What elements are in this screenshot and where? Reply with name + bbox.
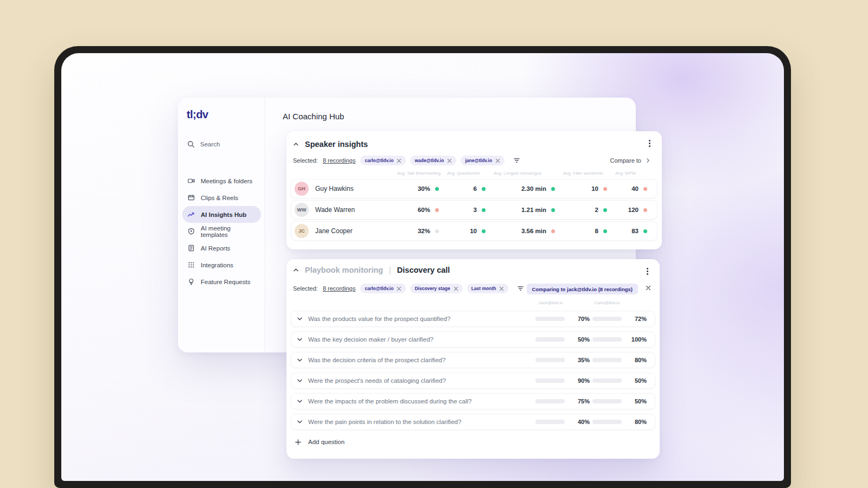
sidebar-item-feature-requests[interactable]: Feature Requests — [182, 273, 261, 290]
collapse-chevron-up-icon[interactable] — [293, 142, 299, 146]
metric-cell: 83 — [616, 228, 656, 234]
score-percent: 100% — [625, 336, 647, 343]
metric-column-label: Avg. Filler words/min — [563, 171, 615, 176]
metric-value: 2.30 min — [521, 185, 546, 192]
sidebar-item-ai-meeting-templates[interactable]: AI meeting templates — [182, 223, 261, 240]
chip-label: jane@tldv.io — [465, 158, 492, 163]
status-dot — [603, 229, 607, 233]
sidebar-item-ai-reports[interactable]: AI Reports — [182, 240, 261, 256]
sidebar-item-clips-reels[interactable]: Clips & Reels — [182, 189, 261, 206]
question-row[interactable]: Were the prospect's needs of cataloging … — [291, 373, 655, 389]
close-icon[interactable] — [495, 158, 500, 163]
filter-chip-discovery-stage[interactable]: Discovery stage — [410, 284, 462, 293]
chevron-right-icon — [646, 158, 650, 163]
column-label-jack: Jack@tldv.io — [521, 300, 580, 305]
filter-icon[interactable] — [513, 157, 520, 164]
metric-value: 6 — [474, 185, 477, 192]
metric-cell: 10 — [564, 185, 616, 192]
close-icon[interactable] — [397, 286, 401, 291]
metric-value: 2 — [595, 207, 598, 213]
metric-column-label: Avg. Questions/h — [447, 171, 494, 176]
screen: tl;dv Search Meetings & foldersClips & R… — [61, 53, 784, 481]
speaker-name: Wade Warren — [315, 206, 398, 214]
metric-column-label: Avg. Longest monologue — [494, 171, 563, 176]
score-group: 35% — [535, 357, 590, 363]
metric-value: 10 — [470, 228, 477, 234]
question-row[interactable]: Was the key decision maker / buyer clari… — [291, 331, 655, 348]
question-row[interactable]: Was the decision criteria of the prospec… — [291, 352, 655, 368]
metric-value: 3 — [474, 207, 477, 213]
close-icon[interactable] — [447, 158, 452, 163]
app-logo: tl;dv — [187, 108, 208, 121]
selected-recordings-link[interactable]: 8 recordings — [323, 285, 356, 292]
filter-chip-carlo-tldv-io[interactable]: carlo@tldv.io — [360, 156, 406, 165]
filter-chip-last-month[interactable]: Last month — [467, 284, 509, 293]
score-percent: 35% — [568, 357, 590, 363]
question-row[interactable]: Were the impacts of the problem discusse… — [291, 393, 655, 409]
expand-chevron-down-icon[interactable] — [297, 358, 303, 362]
desktop-background: tl;dv Search Meetings & foldersClips & R… — [0, 0, 868, 488]
search-button[interactable]: Search — [187, 140, 220, 148]
add-question-button[interactable]: Add question — [292, 435, 348, 449]
close-icon[interactable] — [499, 286, 504, 291]
score-percent: 70% — [568, 316, 590, 322]
status-dot — [643, 208, 647, 212]
expand-chevron-down-icon[interactable] — [297, 420, 303, 424]
report-icon — [188, 245, 195, 252]
card-title: Speaker insights — [305, 140, 368, 149]
speaker-name: Guy Hawkins — [315, 185, 398, 192]
progress-bar — [535, 399, 565, 403]
filter-chip-jane-tldv-io[interactable]: jane@tldv.io — [461, 156, 505, 165]
score-group: 70% — [535, 316, 590, 322]
status-dot — [482, 208, 486, 212]
score-group: 40% — [535, 419, 590, 425]
close-icon[interactable] — [454, 286, 458, 291]
expand-chevron-down-icon[interactable] — [297, 317, 303, 321]
chip-label: carlo@tldv.io — [365, 286, 393, 291]
filter-chip-carlo-tldv-io[interactable]: carlo@tldv.io — [360, 284, 406, 293]
metric-value: 10 — [591, 185, 598, 192]
expand-chevron-down-icon[interactable] — [297, 399, 303, 403]
grid-dots-icon — [188, 261, 195, 268]
filter-chip-wade-tldv-io[interactable]: wade@tldv.io — [410, 156, 456, 165]
question-row[interactable]: Was the products value for the prospect … — [291, 311, 655, 327]
kebab-menu-icon[interactable] — [645, 266, 650, 277]
expand-chevron-down-icon[interactable] — [297, 378, 303, 383]
score-percent: 50% — [625, 398, 647, 404]
sidebar-item-label: Clips & Reels — [201, 195, 238, 201]
score-group: 50% — [592, 398, 647, 404]
question-row[interactable]: Were the pain points in relation to the … — [291, 414, 655, 430]
sidebar-item-meetings-folders[interactable]: Meetings & folders — [182, 172, 261, 189]
page-title: AI Coaching Hub — [283, 112, 344, 121]
sidebar-item-ai-insights-hub[interactable]: AI Insights Hub — [182, 206, 261, 223]
collapse-chevron-up-icon[interactable] — [293, 268, 299, 272]
close-icon[interactable] — [397, 158, 401, 163]
filter-icon[interactable] — [517, 285, 524, 292]
speaker-row-jane-cooper[interactable]: JCJane Cooper32%103.56 min883 — [291, 221, 658, 241]
metric-value: 1.21 min — [521, 207, 546, 213]
score-group: 75% — [535, 398, 590, 404]
progress-bar — [535, 358, 565, 362]
compare-to-button[interactable]: Compare to — [610, 156, 650, 165]
close-icon[interactable] — [646, 285, 651, 291]
sidebar-item-integrations[interactable]: Integrations — [182, 256, 261, 273]
speaker-row-guy-hawkins[interactable]: GHGuy Hawkins30%62.30 min1040 — [291, 179, 658, 198]
selected-recordings-link[interactable]: 8 recordings — [323, 157, 356, 164]
status-dot — [551, 229, 555, 233]
status-dot — [603, 187, 607, 191]
status-dot — [643, 187, 647, 191]
status-dot — [551, 187, 555, 191]
sidebar-item-label: AI Reports — [201, 245, 230, 252]
speaker-row-wade-warren[interactable]: WWWade Warren60%31.21 min2120 — [291, 200, 658, 220]
score-percent: 80% — [625, 357, 647, 363]
kebab-menu-icon[interactable] — [647, 138, 652, 149]
status-dot — [482, 229, 486, 233]
expand-chevron-down-icon[interactable] — [297, 337, 303, 342]
chart-line-icon — [188, 211, 195, 218]
score-group: 80% — [592, 419, 647, 425]
status-dot — [603, 208, 607, 212]
progress-bar — [535, 420, 565, 424]
score-group: 50% — [535, 336, 590, 343]
metric-value: 30% — [418, 185, 430, 192]
avatar: JC — [295, 224, 309, 238]
